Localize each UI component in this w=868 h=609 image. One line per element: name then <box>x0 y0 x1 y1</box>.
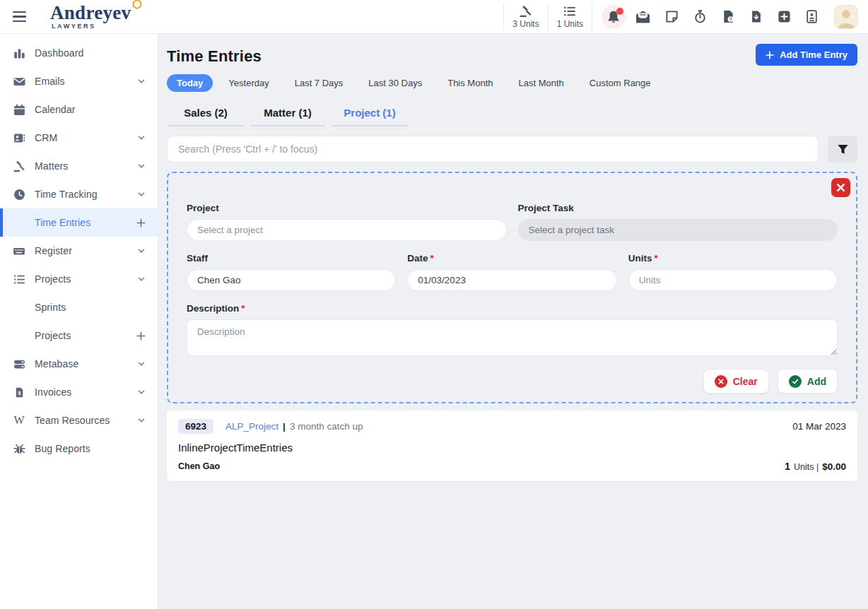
list-icon <box>13 273 25 285</box>
sidebar-item-label: Time Entries <box>35 217 90 228</box>
staff-input[interactable] <box>187 269 396 291</box>
sidebar-item-label: Bug Reports <box>35 443 90 454</box>
svg-text:$: $ <box>18 391 20 396</box>
tab-sales[interactable]: Sales (2) <box>168 100 243 126</box>
sidebar-item-crm[interactable]: CRM <box>0 124 158 152</box>
entry-units-amount: 1 Units | $0.00 <box>785 461 846 472</box>
plus-icon[interactable] <box>136 218 146 227</box>
pill-last-7-days[interactable]: Last 7 Days <box>285 74 353 92</box>
sidebar-item-sprints[interactable]: Sprints <box>0 293 158 321</box>
add-button[interactable]: Add <box>778 369 838 394</box>
chevron-down-icon[interactable] <box>137 247 146 255</box>
pill-yesterday[interactable]: Yesterday <box>218 74 278 92</box>
tab-matter[interactable]: Matter (1) <box>250 100 325 126</box>
mail-open-icon <box>635 10 650 24</box>
inline-time-entry-form: Project Project Task Staff Date* <box>167 172 857 403</box>
entry-units-suffix: Units | <box>794 462 819 472</box>
sidebar-item-time-tracking[interactable]: Time Tracking <box>0 180 158 208</box>
clear-label: Clear <box>733 376 758 387</box>
filter-funnel-icon <box>837 143 849 155</box>
units-input[interactable] <box>628 269 838 291</box>
required-marker: * <box>430 253 434 264</box>
database-icon <box>13 358 25 370</box>
add-check-icon <box>789 375 802 388</box>
entry-project-link[interactable]: ALP_Project <box>225 421 278 432</box>
pill-custom-range[interactable]: Custom Range <box>580 74 661 92</box>
entry-note: 3 month catch up <box>290 421 363 432</box>
chevron-down-icon[interactable] <box>137 190 146 199</box>
project-task-select-input[interactable] <box>518 219 838 241</box>
entry-staff: Chen Gao <box>178 461 220 471</box>
sidebar-item-calendar[interactable]: Calendar <box>0 95 158 124</box>
add-label: Add <box>807 376 826 387</box>
user-avatar[interactable] <box>834 5 858 29</box>
note-button[interactable] <box>665 10 679 23</box>
bug-icon <box>13 443 25 455</box>
sidebar-item-emails[interactable]: Emails <box>0 67 158 95</box>
brand-logo[interactable]: Andreyev LAWYERS <box>50 4 131 30</box>
clear-button[interactable]: Clear <box>703 369 769 394</box>
chevron-down-icon[interactable] <box>137 134 146 142</box>
timer-button[interactable] <box>693 10 707 23</box>
stopwatch-icon <box>693 10 707 23</box>
pill-this-month[interactable]: This Month <box>438 74 503 92</box>
sidebar-item-team-resources[interactable]: W Team Resources <box>0 406 158 434</box>
search-input[interactable] <box>167 136 819 162</box>
sidebar-item-bug-reports[interactable]: Bug Reports <box>0 434 158 463</box>
contact-card-button[interactable] <box>806 10 818 23</box>
matter-units-counter[interactable]: 3 Units <box>503 4 547 30</box>
plus-icon[interactable] <box>136 331 146 341</box>
gavel-icon <box>520 5 532 18</box>
sidebar-item-matters[interactable]: Matters <box>0 152 158 180</box>
entry-type-tabs: Sales (2) Matter (1) Project (1) <box>168 100 857 126</box>
brand-name: Andreyev <box>50 4 131 23</box>
notifications-button[interactable] <box>606 10 621 24</box>
file-download-button[interactable] <box>750 10 763 23</box>
date-label: Date* <box>407 253 616 264</box>
calendar-icon <box>13 104 25 116</box>
close-icon <box>836 183 845 192</box>
gavel-icon <box>13 160 25 172</box>
entry-id-badge: 6923 <box>178 419 213 434</box>
chevron-down-icon[interactable] <box>137 388 146 396</box>
sidebar-item-label: Projects <box>35 273 71 285</box>
plus-square-button[interactable] <box>778 10 791 23</box>
clock-icon <box>13 189 25 201</box>
add-time-entry-button[interactable]: Add Time Entry <box>756 44 857 66</box>
filter-button[interactable] <box>828 136 857 162</box>
pill-last-month[interactable]: Last Month <box>509 74 574 92</box>
sidebar-item-dashboard[interactable]: Dashboard <box>0 39 158 67</box>
sidebar-item-register[interactable]: Register <box>0 237 158 265</box>
sidebar-item-projects[interactable]: Projects <box>0 265 158 293</box>
sidebar-item-metabase[interactable]: Metabase <box>0 350 158 378</box>
chevron-down-icon[interactable] <box>137 162 146 170</box>
sidebar-item-projects-sub[interactable]: Projects <box>0 321 158 350</box>
date-input[interactable] <box>407 269 616 291</box>
page-title: Time Entries <box>167 47 262 66</box>
sidebar-item-label: Projects <box>35 330 71 341</box>
mail-open-button[interactable] <box>635 10 650 24</box>
sidebar-item-time-entries[interactable]: Time Entries <box>0 208 158 237</box>
dashboard-icon <box>13 47 25 59</box>
project-select-input[interactable] <box>187 219 507 241</box>
file-question-button[interactable]: ? <box>722 10 735 23</box>
units-label: Units* <box>628 253 838 264</box>
pill-today[interactable]: Today <box>167 74 213 92</box>
close-form-button[interactable] <box>831 178 850 197</box>
chevron-down-icon[interactable] <box>137 275 146 283</box>
brand-subtitle: LAWYERS <box>52 23 131 30</box>
chevron-down-icon[interactable] <box>137 416 146 425</box>
description-textarea[interactable] <box>187 319 838 356</box>
tab-project[interactable]: Project (1) <box>332 100 407 126</box>
hamburger-menu-icon[interactable] <box>10 8 29 25</box>
sidebar-item-invoices[interactable]: $ Invoices <box>0 378 158 406</box>
chevron-down-icon[interactable] <box>137 360 146 368</box>
hexagon-icon <box>132 0 142 9</box>
project-units-counter[interactable]: 1 Units <box>548 4 592 30</box>
contact-card-icon <box>806 10 818 23</box>
envelope-icon <box>13 76 25 88</box>
time-entry-row[interactable]: 6923 ALP_Project | 3 month catch up 01 M… <box>167 410 857 481</box>
pill-last-30-days[interactable]: Last 30 Days <box>358 74 432 92</box>
chevron-down-icon[interactable] <box>137 77 146 85</box>
required-marker: * <box>241 303 245 314</box>
